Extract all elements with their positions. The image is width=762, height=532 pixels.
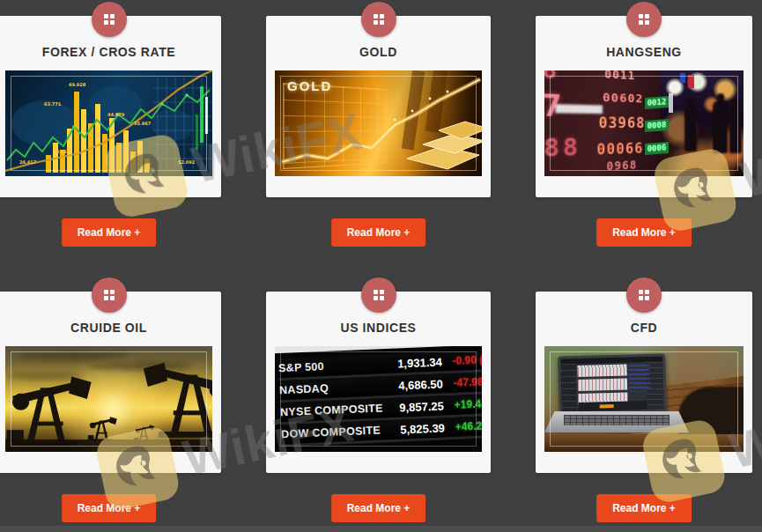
card-hangseng: HANGSENG 88 57 888 0011 00602 03968 xyxy=(536,16,752,197)
grid-icon xyxy=(374,14,384,25)
index-change: -47.98 ( xyxy=(442,374,482,389)
night-street-scene xyxy=(660,70,744,176)
index-value: 9,857.25 xyxy=(383,399,445,415)
app-sidebar-left xyxy=(560,364,576,411)
card-cruide-oil: CRUIDE OIL xyxy=(0,292,221,473)
card-cell-hangseng: HANGSENG 88 57 888 0011 00602 03968 xyxy=(536,0,752,261)
keyboard xyxy=(564,415,670,425)
led-value: 00066 xyxy=(596,140,643,158)
card-cell-cfd: CFD xyxy=(536,276,752,532)
hangseng-photo: 88 57 888 0011 00602 03968 00066 0968 00… xyxy=(544,70,744,176)
read-more-button[interactable]: Read More + xyxy=(331,218,426,247)
read-more-button[interactable]: Read More + xyxy=(596,494,692,522)
led-green-value: 0008 xyxy=(645,119,669,132)
index-change: +46.23 ( xyxy=(445,418,482,433)
index-name: NYSE COMPOSITE xyxy=(280,402,383,418)
led-value: 0011 xyxy=(604,70,635,82)
table-edge xyxy=(544,434,744,452)
indices-board: S&P 500 1,931.34 -0.90 ( NASDAQ 4,686.50… xyxy=(275,346,482,452)
cfd-laptop-photo xyxy=(544,346,744,452)
card-title: US INDICES xyxy=(266,321,491,335)
chart-label: 28.556 xyxy=(53,149,70,154)
trackpad xyxy=(610,427,629,431)
oil-pumpjack-photo xyxy=(5,346,212,452)
chart-label: 69.928 xyxy=(69,82,86,87)
grid-icon xyxy=(104,290,115,300)
index-value: 5,825.39 xyxy=(384,421,446,437)
led-value: 00602 xyxy=(603,90,644,105)
pedestrian-silhouette xyxy=(684,106,697,151)
neon-sign xyxy=(669,93,673,113)
status-accent xyxy=(600,404,614,408)
led-ticker-board: 88 57 888 0011 00602 03968 00066 0968 xyxy=(544,70,661,176)
chart-label: 52.092 xyxy=(178,159,196,165)
index-change: +19.44 ( xyxy=(444,396,482,411)
category-badge xyxy=(92,2,127,37)
index-change: -0.90 ( xyxy=(441,352,482,367)
index-name: S&P 500 xyxy=(278,358,381,374)
chart-strip xyxy=(578,379,627,391)
gold-caption: GOLD xyxy=(287,78,332,93)
card-title: CFD xyxy=(536,321,752,335)
laptop-screen xyxy=(558,353,667,414)
led-highlight xyxy=(555,104,603,114)
card-title: FOREX / CROS RATE xyxy=(0,45,221,59)
card-gold: GOLD GOLD xyxy=(266,16,491,197)
market-categories-page: FOREX / CROS RATE xyxy=(0,0,762,532)
card-cell-forex: FOREX / CROS RATE xyxy=(0,0,221,261)
category-badge xyxy=(361,277,396,313)
category-badge xyxy=(626,2,662,37)
us-indices-photo: S&P 500 1,931.34 -0.90 ( NASDAQ 4,686.50… xyxy=(275,346,482,452)
card-cfd: CFD xyxy=(536,292,752,473)
card-cell-cruide-oil: CRUIDE OIL xyxy=(0,276,221,532)
read-more-button[interactable]: Read More + xyxy=(62,494,157,522)
category-badge xyxy=(361,2,396,37)
forex-market-photo: 69.928 63.771 44.679 35.967 28.556 26.41… xyxy=(5,70,212,176)
led-value: 888 xyxy=(544,134,581,163)
read-more-button[interactable]: Read More + xyxy=(331,494,426,522)
led-value: 88 xyxy=(544,70,560,84)
chart-strip xyxy=(577,365,626,377)
card-cell-us-indices: US INDICES S&P 500 1,931.34 -0.90 ( NASD… xyxy=(266,276,491,532)
grid-icon xyxy=(639,290,649,300)
led-green-value: 0006 xyxy=(645,142,669,155)
heatmap-panel xyxy=(628,365,650,392)
index-value: 4,686.50 xyxy=(382,377,444,393)
app-statusbar xyxy=(579,401,647,411)
next-section-edge xyxy=(0,526,762,532)
neon-sign xyxy=(680,73,685,83)
card-forex: FOREX / CROS RATE xyxy=(0,16,221,197)
chart-label: 35.967 xyxy=(134,121,152,126)
read-more-button[interactable]: Read More + xyxy=(62,218,157,247)
gold-market-photo: GOLD xyxy=(275,70,482,176)
grid-icon xyxy=(374,290,384,300)
category-badge xyxy=(626,277,662,313)
chart-label: 26.417 xyxy=(19,159,37,165)
index-name: DOW COMPOSITE xyxy=(281,424,384,440)
chart-label: 63.771 xyxy=(44,101,62,107)
card-us-indices: US INDICES S&P 500 1,931.34 -0.90 ( NASD… xyxy=(266,292,491,473)
led-value: 03968 xyxy=(599,115,646,131)
led-value: 0968 xyxy=(606,159,637,173)
grid-icon xyxy=(639,14,649,25)
card-cell-gold: GOLD GOLD Read More + xyxy=(266,0,491,261)
card-title: HANGSENG xyxy=(536,45,752,59)
pedestrian-silhouette xyxy=(729,106,742,153)
index-value: 1,931.34 xyxy=(381,355,442,371)
pedestrian-silhouette xyxy=(713,100,728,153)
grid-icon xyxy=(104,14,115,25)
card-title: GOLD xyxy=(266,45,491,59)
chart-label: 44.679 xyxy=(107,112,125,117)
category-badge xyxy=(92,277,127,313)
read-more-button[interactable]: Read More + xyxy=(596,218,692,247)
laptop-keyboard-base xyxy=(544,411,689,432)
led-green-value: 0012 xyxy=(645,96,669,109)
neon-sign xyxy=(688,75,694,88)
card-title: CRUIDE OIL xyxy=(0,321,221,335)
index-name: NASDAQ xyxy=(279,380,382,396)
